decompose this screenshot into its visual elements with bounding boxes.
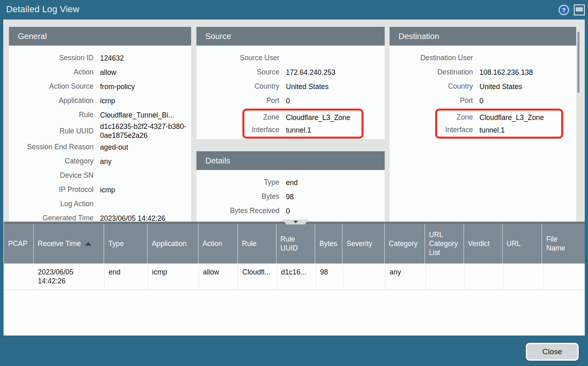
field-label: Interface [437,126,473,134]
column-header-label: URL [507,239,521,248]
column-header-label: PCAP [8,239,28,248]
column-header-url[interactable]: URL [503,224,542,264]
cell-type: end [105,264,148,290]
cell-receive-time: 2023/06/05 14:42:26 [34,264,105,290]
field-label: Generated Time [9,214,94,222]
field-value: United States [479,82,522,91]
cell-rule: Cloudfl... [238,264,277,290]
cell-verdict [465,264,503,290]
title-bar: Detailed Log View ? [0,0,588,20]
destination-country-row: Country United States [390,79,576,94]
field-label: Country [196,82,279,91]
column-header-label: Type [108,239,124,248]
column-header-label: Category [389,239,418,248]
column-header-action[interactable]: Action [198,224,238,264]
cell-pcap [4,264,34,290]
column-header-category[interactable]: Category [385,224,425,264]
column-header-verdict[interactable]: Verdict [464,224,503,264]
column-header-label: Receive Time [38,239,81,248]
field-label: Rule UUID [9,127,94,135]
field-label: Source [196,68,279,76]
field-value: 172.64.240.253 [286,68,335,77]
column-header-type[interactable]: Type [104,224,148,264]
column-header-label: Application [152,239,187,248]
destination-zone-interface-highlight: Zone Cloudflare_L3_Zone Interface tunnel… [435,109,563,139]
field-label: Type [196,178,279,187]
generated-time-row: Generated Time 2023/06/05 14:42:26 [9,211,191,222]
column-header-severity[interactable]: Severity [342,224,385,264]
source-country-row: Country United States [196,79,385,94]
column-header-url-category-list[interactable]: URL Category List [425,224,464,264]
cell-category: any [385,264,426,290]
table-header-row: PCAP Receive Time Type Application Actio… [4,222,585,264]
column-header-label: URL Category List [429,230,460,257]
details-panel: Details Type end Bytes 98 Bytes Received… [196,151,385,222]
bytes-row: Bytes 98 [196,190,385,204]
scrollbar-thumb[interactable] [577,32,579,93]
field-value: United States [286,82,329,91]
general-panel-title: General [9,27,191,46]
field-value: Cloudflare_Tunnel_Bi... [100,111,191,120]
help-icon[interactable]: ? [559,5,569,15]
destination-zone-row: Zone Cloudflare_L3_Zone [437,111,561,124]
field-value: aged-out [100,143,191,152]
field-label: IP Protocol [9,185,94,194]
sort-ascending-icon [85,242,91,246]
field-value: allow [100,68,191,77]
field-value: d1c16235-b2f2-4327-b380-0ae1875e2a26 [100,122,191,140]
source-panel: Source Source User Source 172.64.240.253… [196,27,385,139]
column-header-rule[interactable]: Rule [238,224,277,264]
field-value: 0 [479,96,483,105]
column-header-label: Rule [242,239,257,248]
column-header-file-name[interactable]: File Name [542,224,585,264]
field-value: 0 [286,207,290,216]
field-value: tunnel.1 [286,126,311,135]
column-header-bytes[interactable]: Bytes [315,224,342,264]
column-header-label: Rule UUID [281,235,312,253]
field-label: Bytes Received [196,207,279,215]
destination-address-row: Destination 108.162.236.138 [390,65,576,79]
field-label: Port [196,96,279,105]
field-value: end [286,178,298,187]
source-panel-title: Source [196,27,385,46]
destination-panel: Destination Destination User Destination… [390,27,576,222]
close-button[interactable]: Close [526,343,579,361]
field-label: Session End Reason [9,143,94,151]
field-label: Zone [437,113,473,122]
action-row: Action allow [9,65,191,79]
field-label: Log Action [9,200,94,208]
window-restore-icon[interactable] [574,4,585,15]
rule-row: Rule Cloudflare_Tunnel_Bi... [9,108,191,122]
field-value: Cloudflare_L3_Zone [286,113,351,122]
field-value: icmp [100,96,191,105]
action-source-row: Action Source from-policy [9,79,191,94]
column-header-application[interactable]: Application [148,224,198,264]
field-label: Country [390,82,473,91]
field-label: Application [9,96,94,105]
source-address-row: Source 172.64.240.253 [196,65,385,79]
field-value: icmp [100,185,191,194]
cell-severity [343,264,385,290]
column-header-rule-uuid[interactable]: Rule UUID [277,224,316,264]
field-label: Destination User [390,54,473,62]
source-zone-interface-highlight: Zone Cloudflare_L3_Zone Interface tunnel… [242,109,364,139]
general-panel: General Session ID 124632 Action allow A… [9,27,191,222]
field-label: Device SN [9,171,94,180]
field-value: tunnel.1 [479,126,505,135]
dialog-title: Detailed Log View [6,0,79,19]
device-sn-row: Device SN [9,168,191,183]
field-value: 108.162.236.138 [479,68,533,77]
source-panel-body: Source User Source 172.64.240.253 Countr… [196,46,385,139]
chevron-down-icon [293,221,298,223]
log-action-row: Log Action [9,197,191,211]
destination-port-row: Port 0 [390,94,576,108]
cell-url-category-list [426,264,465,290]
field-value: 0 [286,96,290,105]
details-panel-title: Details [196,151,385,170]
column-header-pcap[interactable]: PCAP [4,224,34,264]
table-row[interactable]: 2023/06/05 14:42:26 end icmp allow Cloud… [4,264,585,290]
column-header-receive-time[interactable]: Receive Time [34,224,105,264]
column-header-label: Action [203,239,222,248]
destination-interface-row: Interface tunnel.1 [437,124,561,136]
field-label: Session ID [9,54,94,62]
